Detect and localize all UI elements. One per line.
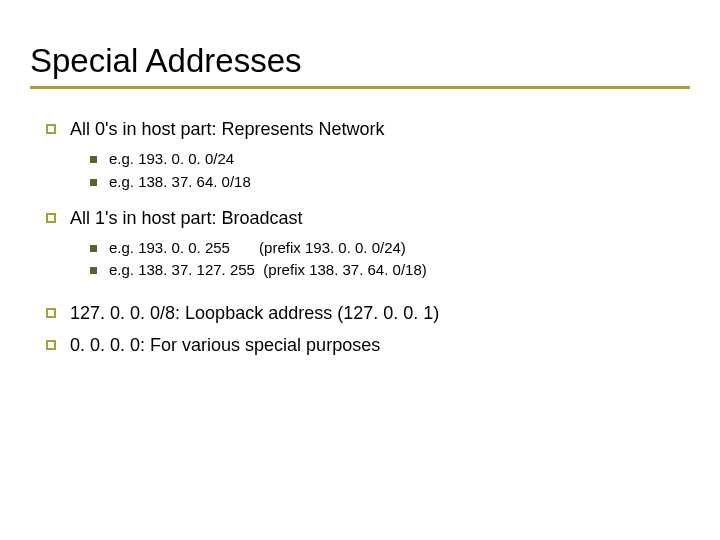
sub-list: e.g. 193. 0. 0. 0/24 e.g. 138. 37. 64. 0… [46, 149, 690, 192]
square-bullet-icon [46, 340, 56, 350]
list-item-text: 0. 0. 0. 0: For various special purposes [70, 333, 690, 357]
square-bullet-icon [46, 124, 56, 134]
sub-list-item: e.g. 138. 37. 64. 0/18 [90, 172, 690, 192]
sub-list-item-text: e.g. 138. 37. 127. 255 (prefix 138. 37. … [109, 260, 690, 280]
list-item-text: All 0's in host part: Represents Network [70, 117, 690, 141]
content-body: All 0's in host part: Represents Network… [30, 117, 690, 357]
sub-list-item: e.g. 193. 0. 0. 255 (prefix 193. 0. 0. 0… [90, 238, 690, 258]
sub-list-item: e.g. 193. 0. 0. 0/24 [90, 149, 690, 169]
list-item: All 0's in host part: Represents Network [46, 117, 690, 141]
filled-square-bullet-icon [90, 156, 97, 163]
list-item: All 1's in host part: Broadcast [46, 206, 690, 230]
filled-square-bullet-icon [90, 267, 97, 274]
sub-list: e.g. 193. 0. 0. 255 (prefix 193. 0. 0. 0… [46, 238, 690, 281]
list-item-text: All 1's in host part: Broadcast [70, 206, 690, 230]
square-bullet-icon [46, 308, 56, 318]
sub-list-item-text: e.g. 193. 0. 0. 0/24 [109, 149, 690, 169]
list-item-text: 127. 0. 0. 0/8: Loopback address (127. 0… [70, 301, 690, 325]
filled-square-bullet-icon [90, 245, 97, 252]
slide-title: Special Addresses [30, 42, 690, 89]
list-item: 0. 0. 0. 0: For various special purposes [46, 333, 690, 357]
sub-list-item-text: e.g. 193. 0. 0. 255 (prefix 193. 0. 0. 0… [109, 238, 690, 258]
sub-list-item-text: e.g. 138. 37. 64. 0/18 [109, 172, 690, 192]
list-item: 127. 0. 0. 0/8: Loopback address (127. 0… [46, 301, 690, 325]
square-bullet-icon [46, 213, 56, 223]
filled-square-bullet-icon [90, 179, 97, 186]
sub-list-item: e.g. 138. 37. 127. 255 (prefix 138. 37. … [90, 260, 690, 280]
